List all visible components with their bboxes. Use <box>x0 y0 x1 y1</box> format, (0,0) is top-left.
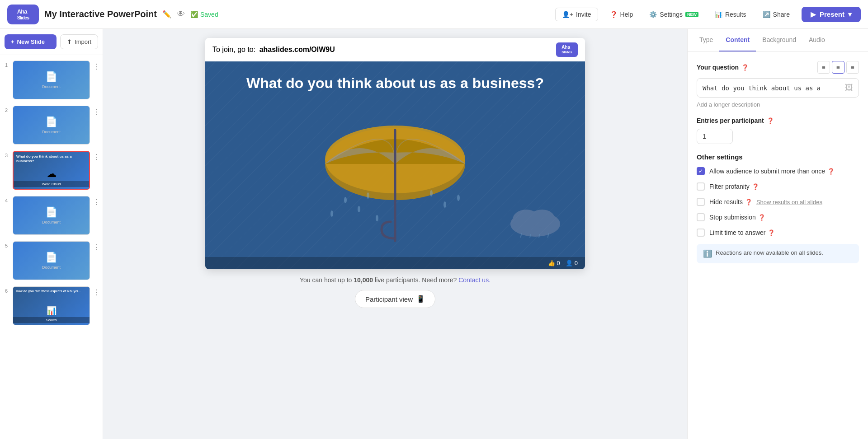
align-buttons: ≡ ≡ ≡ <box>817 61 859 74</box>
slide-thumbnail[interactable]: 📄 Document <box>13 61 90 99</box>
cloud-illustration <box>508 201 562 238</box>
align-right-button[interactable]: ≡ <box>846 61 859 74</box>
more-icon[interactable]: ⋮ <box>93 107 100 116</box>
slide-thumbnail-active[interactable]: What do you think about us as a business… <box>13 151 90 190</box>
share-button[interactable]: ↗️ Share <box>758 8 794 21</box>
entries-help-icon[interactable]: ❓ <box>767 117 774 124</box>
limit-time-checkbox[interactable] <box>697 229 705 237</box>
tab-type[interactable]: Type <box>693 29 719 51</box>
stop-submission-checkbox[interactable] <box>697 213 705 221</box>
reactions-text: Reactions are now available on all slide… <box>716 249 823 256</box>
more-icon[interactable]: ⋮ <box>93 62 100 71</box>
mobile-icon: 📱 <box>416 295 425 303</box>
filter-profanity-checkbox[interactable] <box>697 182 705 191</box>
list-item[interactable]: 2 📄 Document ⋮ <box>2 104 101 146</box>
limit-time-label: Limit time to answer ❓ <box>709 229 775 236</box>
list-item[interactable]: 3 What do you think about us as a busine… <box>2 149 101 191</box>
panel-content: Your question ❓ ≡ ≡ ≡ What do you think … <box>688 52 868 439</box>
slide-canvas: To join, go to: ahaslides.com/OIW9U AhaS… <box>205 38 585 269</box>
new-slide-button[interactable]: + New Slide <box>5 34 57 49</box>
slide-thumbnail[interactable]: How do you rate these aspects of a buyer… <box>13 286 90 325</box>
chevron-down-icon: ▾ <box>848 10 852 19</box>
align-left-button[interactable]: ≡ <box>817 61 830 74</box>
join-text: To join, go to: ahaslides.com/OIW9U <box>212 46 335 54</box>
slide-thumbnail[interactable]: 📄 Document <box>13 196 90 235</box>
entries-input[interactable] <box>697 129 733 144</box>
saved-indicator: ✅ Saved <box>190 11 218 18</box>
limit-time-help[interactable]: ❓ <box>768 229 775 236</box>
slide-footer: 👍 0 👤 0 <box>205 257 585 269</box>
umbrella-illustration <box>318 110 472 245</box>
invite-icon: 👤+ <box>562 11 573 18</box>
panel-tabs: Type Content Background Audio <box>688 29 868 52</box>
submit-more-help[interactable]: ❓ <box>827 168 835 175</box>
other-settings-heading: Other settings <box>697 153 859 161</box>
saved-label: Saved <box>200 11 218 18</box>
list-item[interactable]: 1 📄 Document ⋮ <box>2 59 101 101</box>
help-button[interactable]: ❓ Help <box>605 8 638 21</box>
eye-icon[interactable]: 👁 <box>177 9 185 19</box>
share-icon: ↗️ <box>763 11 770 18</box>
play-icon: ▶ <box>811 10 816 19</box>
more-icon[interactable]: ⋮ <box>93 288 100 297</box>
results-button[interactable]: 📊 Results <box>710 8 751 21</box>
invite-button[interactable]: 👤+ Invite <box>555 8 598 21</box>
list-item[interactable]: 4 📄 Document ⋮ <box>2 194 101 237</box>
hide-results-label: Hide results ❓ Show results on all slide… <box>709 198 822 205</box>
filter-profanity-label: Filter profanity ❓ <box>709 183 759 190</box>
stop-submission-label: Stop submission ❓ <box>709 214 765 221</box>
reactions-info: ℹ️ Reactions are now available on all sl… <box>697 244 859 263</box>
present-button[interactable]: ▶ Present ▾ <box>802 7 861 22</box>
stop-submission-help[interactable]: ❓ <box>758 214 765 221</box>
help-icon: ❓ <box>610 11 618 18</box>
sidebar-actions: + New Slide ⬆ Import <box>0 29 103 55</box>
question-input[interactable]: What do you think about us as a business… <box>703 84 845 92</box>
setting-stop-submission: Stop submission ❓ <box>697 213 859 221</box>
participant-view-button[interactable]: Participant view 📱 <box>355 290 435 308</box>
image-upload-button[interactable]: 🖼 <box>845 83 853 93</box>
hide-results-help[interactable]: ❓ <box>745 199 752 205</box>
more-icon[interactable]: ⋮ <box>93 153 100 161</box>
logo: AhaSlides <box>7 5 39 24</box>
svg-point-7 <box>443 201 446 208</box>
filter-profanity-help[interactable]: ❓ <box>752 183 759 190</box>
add-description-link[interactable]: Add a longer description <box>697 101 859 108</box>
svg-point-4 <box>330 210 333 217</box>
question-input-wrap: What do you think about us as a business… <box>697 78 859 98</box>
show-results-link[interactable]: Show results on all slides <box>756 199 822 205</box>
plus-icon: + <box>11 38 14 45</box>
setting-limit-time: Limit time to answer ❓ <box>697 229 859 237</box>
center-canvas-area: To join, go to: ahaslides.com/OIW9U AhaS… <box>103 29 687 439</box>
import-button[interactable]: ⬆ Import <box>60 34 98 49</box>
slide-thumbnail[interactable]: 📄 Document <box>13 106 90 145</box>
more-icon[interactable]: ⋮ <box>93 243 100 252</box>
settings-button[interactable]: ⚙️ Settings NEW <box>645 8 703 21</box>
more-icon[interactable]: ⋮ <box>93 198 100 206</box>
svg-point-8 <box>457 195 460 201</box>
contact-link[interactable]: Contact us. <box>458 276 491 284</box>
list-item[interactable]: 5 📄 Document ⋮ <box>2 239 101 282</box>
align-center-button[interactable]: ≡ <box>832 61 844 74</box>
vote-count: 👍 0 <box>548 260 560 266</box>
tab-content[interactable]: Content <box>719 29 756 51</box>
hide-results-checkbox[interactable] <box>697 198 705 206</box>
svg-point-3 <box>358 206 360 212</box>
edit-icon[interactable]: ✏️ <box>162 10 171 19</box>
tab-background[interactable]: Background <box>756 29 802 51</box>
submit-more-checkbox[interactable] <box>697 167 705 175</box>
check-icon: ✅ <box>190 11 198 18</box>
upload-icon: ⬆ <box>67 38 72 45</box>
vote-icon: 👍 <box>548 260 555 266</box>
help-icon[interactable]: ❓ <box>741 64 749 71</box>
user-icon: 👤 <box>566 260 573 266</box>
tab-audio[interactable]: Audio <box>802 29 831 51</box>
slide-thumbnail[interactable]: 📄 Document <box>13 241 90 280</box>
setting-hide-results: Hide results ❓ Show results on all slide… <box>697 198 859 206</box>
results-icon: 📊 <box>715 11 722 18</box>
main-layout: + New Slide ⬆ Import 1 📄 Document <box>0 29 868 439</box>
entries-label: Entries per participant ❓ <box>697 117 859 124</box>
right-panel: Type Content Background Audio Your quest… <box>687 29 868 439</box>
svg-point-12 <box>529 210 555 228</box>
list-item[interactable]: 6 How do you rate these aspects of a buy… <box>2 285 101 327</box>
sidebar: + New Slide ⬆ Import 1 📄 Document <box>0 29 103 439</box>
